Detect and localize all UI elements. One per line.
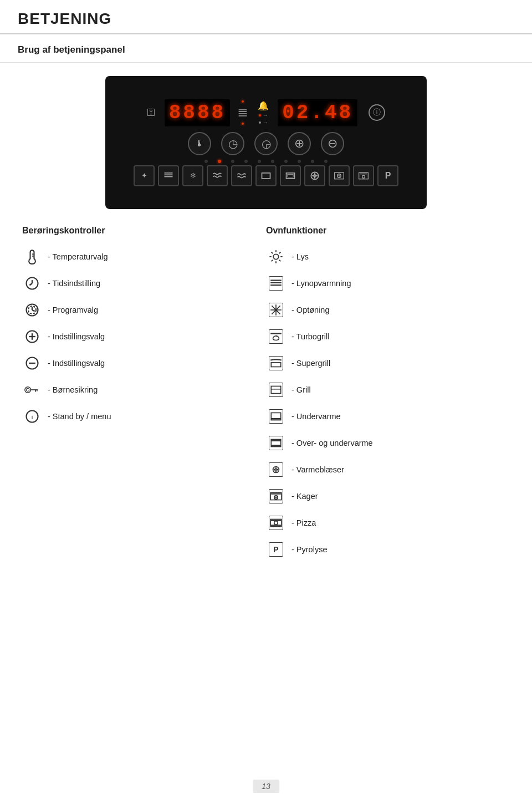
time-label: - Tidsindstilling	[48, 279, 100, 288]
left-col-header: Berøringskontroller	[22, 226, 266, 239]
turbogrill-icon	[266, 327, 286, 347]
pizza-icon	[266, 513, 286, 533]
func-defrost: ❄	[182, 165, 203, 186]
dot-10	[324, 160, 328, 163]
svg-point-13	[362, 175, 365, 178]
bell-icon: 🔔	[258, 100, 269, 111]
arrows-area: → →	[259, 113, 268, 125]
bottom-heat-icon	[266, 406, 286, 426]
arrow-dot-red	[259, 114, 261, 116]
dot-3	[231, 160, 234, 163]
section-title: Brug af betjeningspanel	[0, 34, 532, 63]
svg-rect-54	[271, 363, 280, 367]
plus-circle-icon	[22, 327, 42, 347]
minus-label: - Indstillingsvalg	[48, 359, 105, 368]
top-bottom-heat-icon	[266, 433, 286, 453]
program-label: - Programvalg	[48, 306, 98, 314]
func-rect2	[280, 165, 301, 186]
feature-pizza: - Pizza	[266, 513, 510, 533]
func-pyro: P	[377, 165, 398, 186]
right-col-header: Ovnfunktioner	[266, 226, 510, 239]
feature-defrost: - Optøning	[266, 300, 510, 320]
func-fan3	[353, 165, 374, 186]
snowflake-icon	[266, 300, 286, 320]
clock-btn: ◷	[221, 132, 244, 155]
defrost-label: - Optøning	[291, 306, 330, 314]
supergrill-label: - Supergrill	[291, 359, 330, 368]
feature-light: - Lys	[266, 247, 510, 267]
dot-8	[298, 160, 301, 163]
dot-9	[311, 160, 314, 163]
panel-power-icon: Ⓘ	[369, 104, 385, 121]
light-label: - Lys	[291, 252, 309, 261]
key-icon	[22, 380, 42, 400]
bottom-heat-box	[269, 409, 283, 424]
controls-row: 🌡 ◷ ◶ ⊕ ⊖	[188, 132, 344, 155]
svg-text:i: i	[32, 413, 33, 420]
arrow-row-1: →	[259, 113, 268, 118]
snowflake-box	[269, 303, 283, 317]
kager-label: - Kager	[291, 492, 318, 501]
func-row: ✦ ❄	[115, 165, 417, 186]
dot-6	[271, 160, 274, 163]
page-number: 13	[253, 780, 279, 793]
svg-line-43	[272, 260, 273, 261]
dot-1	[204, 160, 208, 163]
clock2-btn: ◶	[254, 132, 278, 155]
func-fan2	[329, 165, 350, 186]
func-fan-wave	[207, 165, 228, 186]
func-rect1	[255, 165, 277, 186]
feature-kager: - Kager	[266, 486, 510, 506]
undervarme-label: - Undervarme	[291, 412, 341, 421]
feature-lynop: - Lynopvarmning	[266, 273, 510, 293]
varmeblaeser-label: - Varmeblæser	[291, 465, 344, 474]
svg-line-18	[29, 283, 32, 286]
func-waves	[231, 165, 252, 186]
grill-lines-icon	[266, 273, 286, 293]
fan-heat-icon	[266, 460, 286, 480]
arrow-dot-gray	[259, 121, 261, 124]
supergrill-box	[269, 356, 283, 370]
func-light: ✦	[134, 165, 155, 186]
feature-program: - Programvalg	[22, 300, 266, 320]
pyrolyse-label: - Pyrolyse	[291, 545, 327, 554]
oven-panel: ⚿ 8888 𝌆 🔔 → →	[105, 76, 427, 209]
temp-btn: 🌡	[188, 132, 211, 155]
fan-heat-box	[269, 462, 283, 477]
svg-point-51	[275, 309, 277, 311]
sun-icon	[266, 247, 286, 267]
dot-2-active	[218, 160, 221, 163]
dot-7	[284, 160, 288, 163]
grill-box-icon	[266, 380, 286, 400]
grill-label: - Grill	[291, 385, 311, 394]
svg-line-42	[279, 252, 280, 253]
func-grill-lines	[158, 165, 179, 186]
turbogrill-box	[269, 329, 283, 344]
feature-child: - Børnesikring	[22, 380, 266, 400]
temp-label: - Temperaturvalg	[48, 252, 108, 261]
svg-rect-3	[262, 173, 270, 179]
dot-4	[244, 160, 248, 163]
left-column: Berøringskontroller - Temperaturvalg	[22, 226, 266, 566]
clock-right-icon	[22, 300, 42, 320]
feature-plus: - Indstillingsvalg	[22, 327, 266, 347]
right-display: 02.48	[278, 99, 357, 126]
svg-line-41	[279, 260, 280, 261]
display-row: ⚿ 8888 𝌆 🔔 → →	[115, 99, 417, 126]
colon-dot-top	[242, 100, 244, 103]
feature-turbogrill: - Turbogrill	[266, 327, 510, 347]
svg-point-28	[25, 387, 31, 393]
minus-btn: ⊖	[321, 132, 344, 155]
pyro-box: P	[269, 542, 283, 557]
feature-grill: - Grill	[266, 380, 510, 400]
feature-top-bottom: - Over- og undervarme	[266, 433, 510, 453]
feature-supergrill: - Supergrill	[266, 353, 510, 373]
grill-icon-box	[269, 383, 283, 397]
cake-box	[269, 489, 283, 503]
thermometer-icon	[22, 247, 42, 267]
supergrill-icon	[266, 353, 286, 373]
panel-container: ⚿ 8888 𝌆 🔔 → →	[0, 63, 532, 215]
top-bottom-label: - Over- og undervarme	[291, 439, 373, 447]
feature-time: - Tidsindstilling	[22, 273, 266, 293]
lynop-label: - Lynopvarmning	[291, 279, 351, 288]
